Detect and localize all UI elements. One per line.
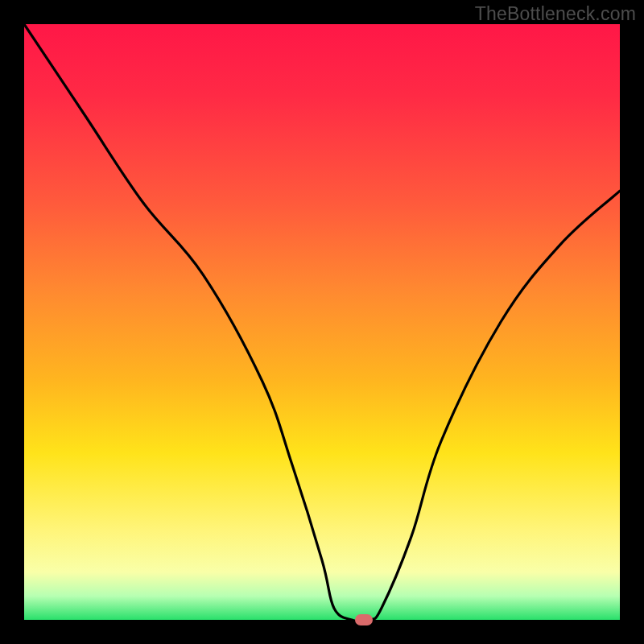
bottleneck-curve [24, 24, 620, 620]
watermark-text: TheBottleneck.com [475, 3, 636, 25]
optimal-marker [355, 614, 373, 625]
curve-path [24, 24, 620, 620]
plot-area [24, 24, 620, 620]
chart-frame: TheBottleneck.com [0, 0, 644, 644]
